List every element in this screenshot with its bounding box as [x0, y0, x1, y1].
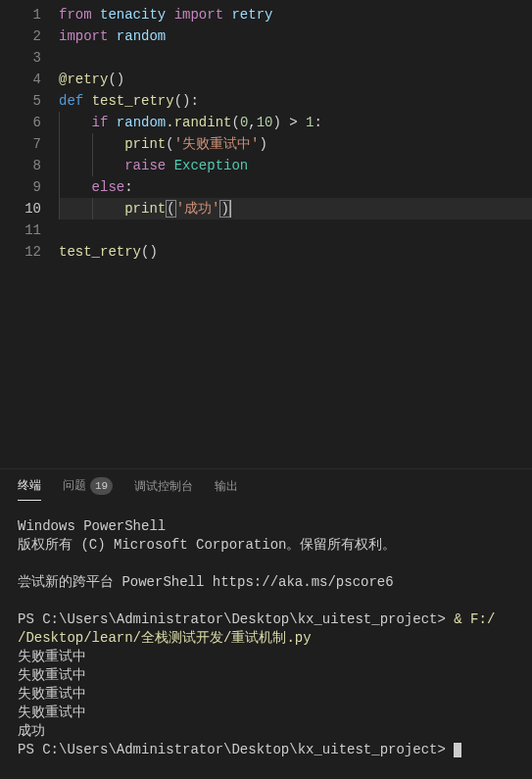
line-number: 1: [0, 4, 41, 25]
line-number: 8: [0, 155, 41, 176]
code-line[interactable]: def test_retry():: [59, 90, 532, 112]
line-number: 11: [0, 219, 41, 241]
line-number: 3: [0, 47, 41, 69]
line-number: 2: [0, 25, 41, 47]
code-line[interactable]: [59, 47, 532, 69]
terminal-line: PS C:\Users\Administrator\Desktop\kx_uit…: [18, 610, 514, 629]
problems-count-badge: 19: [90, 477, 113, 495]
line-number: 6: [0, 112, 41, 133]
terminal-line: 失败重试中: [18, 648, 514, 666]
code-line[interactable]: else:: [59, 176, 532, 198]
terminal-line: [18, 592, 514, 610]
tab-label: 调试控制台: [134, 480, 193, 494]
code-line[interactable]: test_retry(): [59, 241, 532, 263]
line-number: 12: [0, 241, 41, 263]
terminal-line: PS C:\Users\Administrator\Desktop\kx_uit…: [18, 741, 514, 759]
tab-problems[interactable]: 问题19: [63, 477, 113, 501]
text-cursor: [230, 200, 231, 218]
panel-tabs: 终端问题19调试控制台输出: [0, 469, 532, 508]
terminal-output[interactable]: Windows PowerShell版权所有 (C) Microsoft Cor…: [0, 508, 532, 779]
line-number: 9: [0, 176, 41, 198]
tab-terminal[interactable]: 终端: [18, 477, 41, 501]
code-line[interactable]: print('失败重试中'): [59, 133, 532, 155]
terminal-line: Windows PowerShell: [18, 517, 514, 536]
terminal-line: 失败重试中: [18, 704, 514, 722]
line-number: 5: [0, 90, 41, 112]
code-editor[interactable]: 123456789101112 from tenacity import ret…: [0, 0, 532, 468]
line-number: 4: [0, 69, 41, 90]
tab-label: 终端: [18, 479, 41, 493]
code-line[interactable]: if random.randint(0,10) > 1:: [59, 112, 532, 133]
terminal-line: 失败重试中: [18, 685, 514, 704]
terminal-line: 失败重试中: [18, 666, 514, 685]
code-area[interactable]: from tenacity import retryimport random@…: [59, 0, 532, 468]
tab-label: 问题: [63, 479, 86, 493]
terminal-line: /Desktop/learn/全栈测试开发/重试机制.py: [18, 629, 514, 648]
code-line[interactable]: raise Exception: [59, 155, 532, 176]
line-number: 10: [0, 198, 41, 219]
code-line[interactable]: import random: [59, 25, 532, 47]
bottom-panel: 终端问题19调试控制台输出 Windows PowerShell版权所有 (C)…: [0, 468, 532, 779]
tab-output[interactable]: 输出: [215, 478, 238, 501]
terminal-line: 成功: [18, 722, 514, 741]
terminal-line: [18, 555, 514, 573]
code-line[interactable]: @retry(): [59, 69, 532, 90]
terminal-cursor: [454, 743, 461, 757]
code-line[interactable]: [59, 219, 532, 241]
terminal-line: 版权所有 (C) Microsoft Corporation。保留所有权利。: [18, 536, 514, 555]
code-line[interactable]: from tenacity import retry: [59, 4, 532, 25]
line-number: 7: [0, 133, 41, 155]
terminal-line: 尝试新的跨平台 PowerShell https://aka.ms/pscore…: [18, 573, 514, 592]
code-line[interactable]: print('成功'): [59, 198, 532, 219]
line-number-gutter: 123456789101112: [0, 0, 59, 468]
tab-debug[interactable]: 调试控制台: [134, 478, 193, 501]
tab-label: 输出: [215, 480, 238, 494]
